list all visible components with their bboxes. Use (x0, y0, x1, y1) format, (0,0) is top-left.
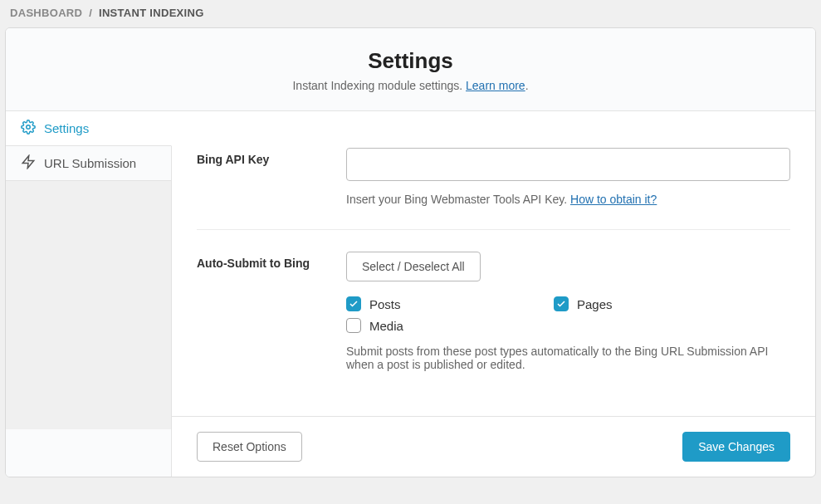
tab-label: Settings (44, 121, 89, 135)
field-bing-api-key: Bing API Key Insert your Bing Webmaster … (197, 133, 790, 229)
checkbox-media[interactable]: Media (346, 318, 537, 333)
tabs-spacer (6, 180, 171, 429)
field-auto-submit: Auto-Submit to Bing Select / Deselect Al… (197, 229, 790, 394)
checkbox-posts[interactable]: Posts (346, 296, 537, 311)
tabs-sidebar: Settings URL Submission (6, 111, 172, 477)
tab-url-submission[interactable]: URL Submission (6, 146, 171, 181)
field-label: Bing API Key (197, 148, 346, 206)
checkbox-icon (346, 296, 361, 311)
page-subtitle: Instant Indexing module settings. Learn … (22, 79, 799, 92)
help-text: Insert your Bing Webmaster Tools API Key… (346, 193, 790, 206)
bing-api-key-input[interactable] (346, 148, 790, 181)
reset-options-button[interactable]: Reset Options (197, 432, 302, 462)
field-label: Auto-Submit to Bing (197, 252, 346, 371)
checkbox-icon (554, 296, 569, 311)
how-to-obtain-link[interactable]: How to obtain it? (570, 193, 657, 206)
panel-footer: Reset Options Save Changes (172, 416, 815, 477)
save-changes-button[interactable]: Save Changes (682, 432, 790, 462)
select-deselect-all-button[interactable]: Select / Deselect All (346, 252, 481, 281)
panel-body: Settings URL Submission Bing API Key Ins… (6, 111, 815, 477)
svg-point-0 (27, 125, 31, 130)
field-control: Insert your Bing Webmaster Tools API Key… (346, 148, 790, 206)
content-inner: Bing API Key Insert your Bing Webmaster … (172, 111, 815, 416)
checkbox-icon (346, 318, 361, 333)
tab-label: URL Submission (44, 156, 136, 170)
breadcrumb-separator: / (89, 7, 92, 19)
lightning-icon (21, 154, 36, 172)
help-text: Submit posts from these post types autom… (346, 345, 790, 371)
post-types-grid: Posts Pages Media (346, 296, 745, 333)
checkbox-pages[interactable]: Pages (554, 296, 745, 311)
checkbox-label: Media (369, 319, 403, 333)
breadcrumb-root[interactable]: DASHBOARD (10, 7, 82, 19)
learn-more-link[interactable]: Learn more (466, 79, 525, 92)
settings-panel: Settings Instant Indexing module setting… (5, 27, 816, 477)
content-area: Bing API Key Insert your Bing Webmaster … (172, 111, 815, 477)
gear-icon (21, 120, 36, 137)
tab-settings[interactable]: Settings (6, 111, 172, 146)
page-title: Settings (22, 48, 799, 74)
breadcrumb: DASHBOARD / INSTANT INDEXING (0, 0, 821, 27)
field-control: Select / Deselect All Posts Pages (346, 252, 790, 371)
breadcrumb-current: INSTANT INDEXING (99, 7, 204, 19)
checkbox-label: Posts (369, 297, 401, 311)
svg-marker-1 (22, 156, 34, 169)
panel-header: Settings Instant Indexing module setting… (6, 28, 815, 111)
checkbox-label: Pages (577, 297, 613, 311)
